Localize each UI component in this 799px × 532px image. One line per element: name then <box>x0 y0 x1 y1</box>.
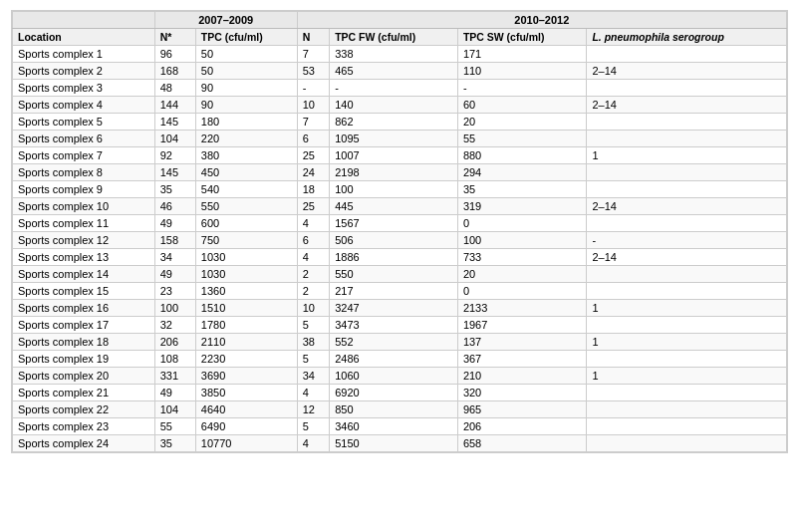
data-cell: 0 <box>457 215 587 232</box>
data-cell: 2198 <box>330 164 458 181</box>
data-cell: - <box>297 80 330 97</box>
data-cell: 137 <box>457 334 587 351</box>
data-cell: 2 <box>297 283 330 300</box>
location-cell: Sports complex 6 <box>13 131 155 147</box>
data-cell: 49 <box>154 215 195 232</box>
data-cell: 180 <box>195 114 297 131</box>
data-cell: 158 <box>154 232 195 249</box>
data-cell: 18 <box>297 181 330 198</box>
data-cell: 206 <box>154 334 195 351</box>
data-cell <box>587 46 787 63</box>
col-serogroup: L. pneumophila serogroup <box>587 29 787 46</box>
data-cell: 104 <box>154 401 195 418</box>
data-cell: 50 <box>195 46 297 63</box>
data-cell: 465 <box>330 63 458 80</box>
location-cell: Sports complex 1 <box>13 46 155 63</box>
data-cell: 4640 <box>195 401 297 418</box>
data-cell <box>587 435 787 452</box>
table-row: Sports complex 41449010140602–14 <box>13 97 787 114</box>
data-cell: 658 <box>457 435 587 452</box>
data-cell: 1567 <box>330 215 458 232</box>
table-row: Sports complex 8145450242198294 <box>13 164 787 181</box>
data-cell: 550 <box>330 266 458 283</box>
location-cell: Sports complex 4 <box>13 97 155 114</box>
data-cell: 140 <box>330 97 458 114</box>
data-cell: 60 <box>457 97 587 114</box>
data-cell: 25 <box>297 147 330 164</box>
table-row: Sports complex 22104464012850965 <box>13 401 787 418</box>
data-cell: 217 <box>330 283 458 300</box>
data-cell: 320 <box>457 385 587 401</box>
data-cell: 1060 <box>330 368 458 385</box>
data-cell <box>587 351 787 368</box>
data-cell: 4 <box>297 385 330 401</box>
data-cell: 1 <box>587 300 787 317</box>
table-row: Sports complex 7923802510078801 <box>13 147 787 164</box>
data-table: 2007–2009 2010–2012 Location N* TPC (cfu… <box>11 10 788 453</box>
table-row: Sports complex 5145180786220 <box>13 114 787 131</box>
col-tpcsw: TPC SW (cfu/ml) <box>457 29 587 46</box>
table-row: Sports complex 1149600415670 <box>13 215 787 232</box>
data-cell: 3247 <box>330 300 458 317</box>
data-cell: 10 <box>297 97 330 114</box>
data-cell: 850 <box>330 401 458 418</box>
location-cell: Sports complex 20 <box>13 368 155 385</box>
data-cell: 5 <box>297 418 330 435</box>
data-cell: 144 <box>154 97 195 114</box>
data-cell <box>587 401 787 418</box>
data-cell: 294 <box>457 164 587 181</box>
table-row: Sports complex 16100151010324721331 <box>13 300 787 317</box>
data-cell: 34 <box>297 368 330 385</box>
data-cell: 90 <box>195 97 297 114</box>
data-cell: 96 <box>154 46 195 63</box>
data-cell: 20 <box>457 114 587 131</box>
empty-header <box>13 12 155 29</box>
data-cell: 171 <box>457 46 587 63</box>
col-tpc: TPC (cfu/ml) <box>195 29 297 46</box>
data-cell: 600 <box>195 215 297 232</box>
data-cell: 12 <box>297 401 330 418</box>
data-cell: 5 <box>297 317 330 334</box>
data-cell <box>587 418 787 435</box>
table-row: Sports complex 121587506506100- <box>13 232 787 249</box>
data-cell: 7 <box>297 46 330 63</box>
data-cell: 338 <box>330 46 458 63</box>
data-cell: 3850 <box>195 385 297 401</box>
location-cell: Sports complex 17 <box>13 317 155 334</box>
data-cell: 4 <box>297 215 330 232</box>
data-cell: - <box>330 80 458 97</box>
data-cell: 550 <box>195 198 297 215</box>
data-cell: 0 <box>457 283 587 300</box>
data-cell: 445 <box>330 198 458 215</box>
data-cell: 145 <box>154 164 195 181</box>
data-cell: 35 <box>154 181 195 198</box>
data-cell: 1 <box>587 334 787 351</box>
data-cell: 168 <box>154 63 195 80</box>
table-row: Sports complex 2033136903410602101 <box>13 368 787 385</box>
data-cell: 2–14 <box>587 198 787 215</box>
data-cell: 24 <box>297 164 330 181</box>
data-cell: - <box>457 80 587 97</box>
location-cell: Sports complex 2 <box>13 63 155 80</box>
location-cell: Sports complex 19 <box>13 351 155 368</box>
data-cell: 2–14 <box>587 63 787 80</box>
location-cell: Sports complex 13 <box>13 249 155 266</box>
data-cell: 319 <box>457 198 587 215</box>
data-cell: 1030 <box>195 266 297 283</box>
data-cell <box>587 266 787 283</box>
location-cell: Sports complex 16 <box>13 300 155 317</box>
table-row: Sports complex 9355401810035 <box>13 181 787 198</box>
data-cell <box>587 385 787 401</box>
location-cell: Sports complex 10 <box>13 198 155 215</box>
data-cell: 53 <box>297 63 330 80</box>
data-cell: 38 <box>297 334 330 351</box>
data-cell: 2–14 <box>587 249 787 266</box>
data-cell: 380 <box>195 147 297 164</box>
column-header-row: Location N* TPC (cfu/ml) N TPC FW (cfu/m… <box>13 29 787 46</box>
data-cell: 965 <box>457 401 587 418</box>
group-header-row: 2007–2009 2010–2012 <box>13 12 787 29</box>
data-cell: 1 <box>587 368 787 385</box>
table-body: Sports complex 196507338171Sports comple… <box>13 46 787 452</box>
data-cell: 210 <box>457 368 587 385</box>
table-row: Sports complex 14491030255020 <box>13 266 787 283</box>
